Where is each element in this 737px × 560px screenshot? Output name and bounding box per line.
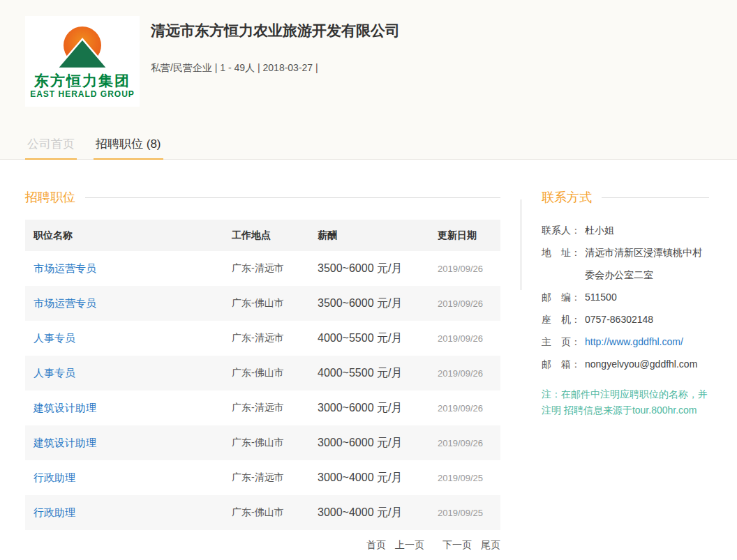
- job-date: 2019/09/25: [438, 473, 500, 483]
- job-link[interactable]: 行政助理: [34, 471, 75, 483]
- application-note: 注：在邮件中注明应聘职位的名称，并 注明 招聘信息来源于tour.800hr.c…: [542, 386, 709, 418]
- homepage-link[interactable]: http://www.gddfhl.com/: [585, 336, 683, 348]
- job-date: 2019/09/25: [438, 508, 500, 518]
- company-info: 清远市东方恒力农业旅游开发有限公司 私营/民营企业 | 1 - 49人 | 20…: [151, 16, 400, 107]
- pagination-last[interactable]: 尾页: [481, 539, 500, 550]
- job-location: 广东-佛山市: [232, 367, 318, 379]
- tab-job-positions[interactable]: 招聘职位 (8): [94, 136, 163, 160]
- tab-bar: 公司首页 招聘职位 (8): [25, 136, 737, 159]
- jobs-section-head: 招聘职位: [25, 190, 500, 205]
- job-date: 2019/09/26: [438, 333, 500, 344]
- table-row: 人事专员 广东-佛山市 4000~5500 元/月 2019/09/26: [25, 356, 500, 391]
- jobs-section: 招聘职位 职位名称 工作地点 薪酬 更新日期 市场运营专员 广东-清远市 350…: [25, 190, 500, 552]
- job-salary: 3500~6000 元/月: [318, 262, 438, 276]
- company-name: 清远市东方恒力农业旅游开发有限公司: [151, 21, 400, 40]
- contact-label: 邮 箱：: [542, 358, 585, 370]
- job-date: 2019/09/26: [438, 403, 500, 414]
- address-line-1: 清远市清新区浸潭镇桃中村: [585, 247, 702, 259]
- job-link[interactable]: 人事专员: [34, 367, 75, 379]
- note-line-1: 注：在邮件中注明应聘职位的名称，并: [542, 386, 709, 402]
- table-row: 建筑设计助理 广东-清远市 3000~6000 元/月 2019/09/26: [25, 391, 500, 425]
- job-link[interactable]: 人事专员: [34, 332, 75, 344]
- table-row: 市场运营专员 广东-清远市 3500~6000 元/月 2019/09/26: [25, 251, 500, 286]
- tab-company-home[interactable]: 公司首页: [25, 136, 77, 160]
- sun-mountain-logo-icon: [50, 24, 114, 70]
- col-header-date: 更新日期: [438, 229, 500, 242]
- job-date: 2019/09/26: [438, 264, 500, 274]
- contact-row-person: 联系人： 杜小姐: [542, 225, 709, 236]
- main-content: 招聘职位 职位名称 工作地点 薪酬 更新日期 市场运营专员 广东-清远市 350…: [0, 160, 737, 552]
- job-link[interactable]: 建筑设计助理: [34, 402, 96, 414]
- job-salary: 3500~6000 元/月: [318, 296, 438, 311]
- col-header-title: 职位名称: [25, 229, 232, 242]
- table-row: 行政助理 广东-佛山市 3000~4000 元/月 2019/09/25: [25, 495, 500, 530]
- job-location: 广东-清远市: [232, 471, 318, 484]
- job-salary: 3000~6000 元/月: [318, 401, 438, 416]
- contact-address-value: 清远市清新区浸潭镇桃中村 委会办公室二室: [585, 247, 702, 281]
- contact-section-head: 联系方式: [542, 190, 709, 205]
- company-header-band: 东方恒力集团 EAST HERALD GROUP 清远市东方恒力农业旅游开发有限…: [0, 0, 737, 160]
- contact-person-value: 杜小姐: [585, 225, 614, 236]
- job-location: 广东-清远市: [232, 262, 318, 275]
- col-header-salary: 薪酬: [318, 229, 438, 242]
- contact-row-address: 地 址： 清远市清新区浸潭镇桃中村 委会办公室二室: [542, 247, 709, 281]
- company-header: 东方恒力集团 EAST HERALD GROUP 清远市东方恒力农业旅游开发有限…: [0, 0, 737, 107]
- logo-en-text: EAST HERALD GROUP: [30, 89, 135, 100]
- job-location: 广东-佛山市: [232, 506, 318, 519]
- note-line-2: 注明 招聘信息来源于tour.800hr.com: [542, 402, 709, 418]
- job-date: 2019/09/26: [438, 368, 500, 379]
- job-salary: 4000~5500 元/月: [318, 331, 438, 346]
- job-link[interactable]: 市场运营专员: [34, 297, 96, 309]
- jobs-title-rule: [85, 197, 500, 198]
- address-line-2: 委会办公室二室: [585, 269, 702, 281]
- contact-label: 座 机：: [542, 314, 585, 326]
- contact-label: 邮 编：: [542, 292, 585, 303]
- job-link[interactable]: 行政助理: [34, 506, 75, 518]
- contact-phone-value: 0757-86302148: [585, 314, 653, 326]
- contact-row-phone: 座 机： 0757-86302148: [542, 314, 709, 326]
- job-salary: 3000~4000 元/月: [318, 471, 438, 485]
- pagination: 首页上一页下一页尾页: [25, 539, 500, 552]
- table-row: 人事专员 广东-清远市 4000~5500 元/月 2019/09/26: [25, 321, 500, 356]
- job-location: 广东-清远市: [232, 332, 318, 345]
- job-date: 2019/09/26: [438, 438, 500, 448]
- company-logo: 东方恒力集团 EAST HERALD GROUP: [25, 16, 140, 107]
- job-salary: 4000~5500 元/月: [318, 366, 438, 381]
- contact-list: 联系人： 杜小姐 地 址： 清远市清新区浸潭镇桃中村 委会办公室二室 邮 编： …: [542, 225, 709, 370]
- job-link[interactable]: 市场运营专员: [34, 262, 96, 274]
- contact-email-value: nongyelvyou@gddfhl.com: [585, 358, 697, 370]
- contact-label: 联系人：: [542, 225, 585, 236]
- logo-cn-text: 东方恒力集团: [34, 73, 131, 89]
- pagination-prev[interactable]: 上一页: [395, 539, 424, 550]
- jobs-section-title: 招聘职位: [25, 189, 75, 206]
- job-salary: 3000~6000 元/月: [318, 436, 438, 451]
- pagination-first[interactable]: 首页: [366, 539, 386, 550]
- table-row: 行政助理 广东-清远市 3000~4000 元/月 2019/09/25: [25, 460, 500, 495]
- contact-title-rule: [602, 197, 709, 198]
- contact-label: 主 页：: [542, 336, 585, 348]
- contact-label: 地 址：: [542, 247, 585, 281]
- job-salary: 3000~4000 元/月: [318, 506, 438, 520]
- job-location: 广东-佛山市: [232, 297, 318, 310]
- contact-row-homepage: 主 页： http://www.gddfhl.com/: [542, 336, 709, 348]
- contact-postcode-value: 511500: [585, 292, 617, 303]
- job-date: 2019/09/26: [438, 298, 500, 309]
- contact-row-email: 邮 箱： nongyelvyou@gddfhl.com: [542, 358, 709, 370]
- contact-section-title: 联系方式: [542, 189, 592, 206]
- col-header-location: 工作地点: [232, 229, 318, 242]
- contact-section: 联系方式 联系人： 杜小姐 地 址： 清远市清新区浸潭镇桃中村 委会办公室二室 …: [542, 190, 709, 552]
- job-location: 广东-佛山市: [232, 437, 318, 449]
- job-link[interactable]: 建筑设计助理: [34, 437, 96, 448]
- pagination-next[interactable]: 下一页: [442, 539, 472, 550]
- job-location: 广东-清远市: [232, 402, 318, 414]
- contact-row-postcode: 邮 编： 511500: [542, 292, 709, 303]
- table-row: 建筑设计助理 广东-佛山市 3000~6000 元/月 2019/09/26: [25, 425, 500, 460]
- jobs-table-header: 职位名称 工作地点 薪酬 更新日期: [25, 220, 500, 251]
- company-meta: 私营/民营企业 | 1 - 49人 | 2018-03-27 |: [151, 62, 400, 75]
- column-divider: [521, 199, 521, 290]
- jobs-table: 职位名称 工作地点 薪酬 更新日期 市场运营专员 广东-清远市 3500~600…: [25, 220, 500, 530]
- table-row: 市场运营专员 广东-佛山市 3500~6000 元/月 2019/09/26: [25, 286, 500, 321]
